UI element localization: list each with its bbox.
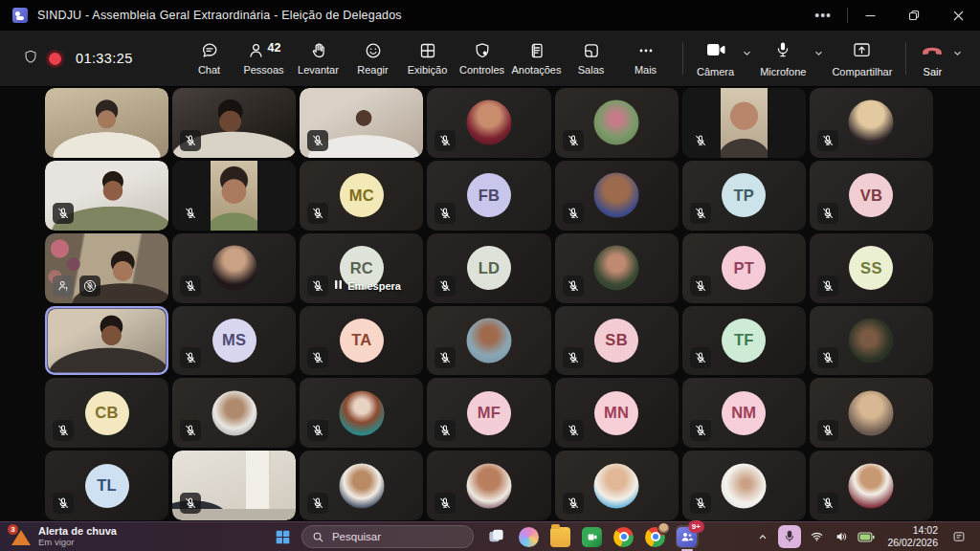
shield-gear-icon [473, 41, 492, 64]
participant-tile[interactable] [300, 88, 423, 158]
mic-muted-icon [690, 493, 711, 514]
meeting-toolbar: 01:33:25 Chat42PessoasLevantarReagirExib… [0, 31, 980, 87]
leave-meeting-button[interactable]: Sair [916, 37, 948, 80]
participant-tile[interactable] [810, 378, 933, 448]
tray-chevron-up-icon[interactable] [753, 526, 772, 547]
toolbar-chat-button[interactable]: Chat [182, 37, 236, 79]
toolbar-levantar-button[interactable]: Levantar [291, 37, 345, 79]
toolbar-microfone-button[interactable]: Microfone [756, 37, 810, 80]
participant-photo-avatar [466, 318, 511, 363]
chrome-profile-avatar [657, 522, 670, 535]
participant-tile[interactable]: RCEm espera [300, 233, 423, 303]
toolbar-anotacoes-button[interactable]: Anotações [509, 37, 564, 79]
participant-tile[interactable]: FB [427, 161, 550, 231]
mic-off-round-icon [79, 276, 100, 297]
participant-initials-avatar: SB [594, 319, 638, 363]
participant-tile[interactable]: MC [300, 161, 423, 231]
participant-tile[interactable] [45, 88, 168, 158]
copilot-taskbar-icon[interactable] [518, 525, 541, 548]
microfone-options-chevron-icon[interactable] [810, 48, 828, 58]
participant-photo-avatar [212, 390, 256, 435]
mic-muted-icon [307, 493, 328, 514]
mic-muted-icon [180, 347, 201, 368]
meet-taskbar-icon[interactable] [581, 525, 604, 548]
task-view-taskbar-icon[interactable] [486, 525, 509, 548]
participant-tile[interactable] [810, 306, 933, 376]
participant-tile[interactable]: TA [300, 306, 423, 376]
participant-tile[interactable]: LD [427, 233, 550, 303]
participant-photo-avatar [722, 463, 767, 508]
participant-tile[interactable] [555, 233, 679, 303]
participant-initials-avatar: NM [722, 391, 766, 435]
toolbar-salas-button[interactable]: Salas [564, 37, 618, 79]
tray-mic-active-icon[interactable] [778, 525, 801, 548]
mic-muted-icon [434, 130, 456, 151]
participant-tile[interactable] [810, 88, 933, 158]
toolbar-camera-button[interactable]: Câmera [693, 37, 738, 80]
participant-tile[interactable]: NM [682, 378, 806, 448]
taskbar-clock[interactable]: 14:02 26/02/2026 [881, 524, 944, 548]
participant-tile[interactable]: VB [810, 161, 933, 231]
participant-tile[interactable] [427, 306, 550, 376]
participant-tile[interactable]: MN [555, 378, 679, 448]
participant-tile[interactable] [555, 161, 679, 231]
participant-tile[interactable]: PT [682, 233, 806, 303]
participant-tile[interactable] [172, 233, 296, 303]
title-bar: SINDJU - Assembleia Geral Extraordinária… [0, 0, 980, 31]
participant-tile[interactable]: TL [45, 451, 168, 520]
minimize-button[interactable] [848, 0, 892, 31]
participant-tile[interactable] [172, 161, 296, 231]
participant-tile[interactable] [810, 451, 933, 520]
participant-initials-avatar: MC [340, 173, 384, 217]
battery-icon[interactable] [857, 526, 876, 547]
participant-tile[interactable]: CB [45, 378, 168, 448]
explorer-taskbar-icon[interactable] [549, 525, 572, 548]
search-placeholder: Pesquisar [332, 531, 381, 542]
participant-tile[interactable] [45, 161, 168, 231]
toolbar-controles-button[interactable]: Controles [455, 37, 509, 79]
participant-count-badge: 42 [268, 41, 281, 55]
maximize-restore-button[interactable] [892, 0, 936, 31]
chrome-taskbar-icon[interactable] [612, 525, 635, 548]
window-more-menu[interactable]: ••• [799, 8, 847, 23]
taskbar-search[interactable]: Pesquisar [301, 525, 474, 548]
mic-muted-icon [690, 347, 711, 368]
participant-tile[interactable] [427, 451, 550, 520]
leave-options-chevron-icon[interactable] [948, 48, 967, 58]
teams-taskbar-icon[interactable]: 9+ [676, 525, 699, 548]
participant-tile[interactable] [682, 88, 806, 158]
participant-tile[interactable]: SB [555, 306, 679, 376]
participant-tile[interactable] [300, 451, 423, 520]
participant-tile[interactable] [172, 378, 296, 448]
toolbar-compartilhar-button[interactable]: Compartilhar [828, 37, 896, 80]
participant-tile[interactable] [45, 306, 168, 376]
participant-tile[interactable] [300, 378, 423, 448]
toolbar-pessoas-button[interactable]: 42Pessoas [236, 37, 291, 79]
participant-tile[interactable]: TP [682, 161, 806, 231]
participant-tile[interactable]: SS [810, 233, 933, 303]
participant-tile[interactable] [682, 451, 806, 520]
participant-tile[interactable] [172, 451, 296, 520]
wifi-icon[interactable] [807, 526, 826, 547]
close-button[interactable] [936, 0, 980, 31]
toolbar-mais-button[interactable]: Mais [618, 37, 673, 79]
participant-tile[interactable]: TF [682, 306, 806, 376]
weather-widget[interactable]: 3 Alerta de chuva Em vigor [0, 522, 128, 551]
toolbar-reagir-button[interactable]: Reagir [345, 37, 400, 79]
start-button[interactable] [272, 525, 295, 548]
participant-tile[interactable]: MS [172, 306, 296, 376]
participant-tile[interactable] [555, 451, 679, 520]
toolbar-exibicao-button[interactable]: Exibição [400, 37, 455, 79]
camera-options-chevron-icon[interactable] [738, 48, 756, 58]
chrome-profile-taskbar-icon[interactable] [644, 525, 667, 548]
participant-tile[interactable] [427, 88, 550, 158]
mic-muted-icon [690, 203, 711, 224]
participant-tile[interactable] [172, 88, 296, 158]
participant-tile[interactable] [555, 88, 679, 158]
participant-tile[interactable]: MF [427, 378, 550, 448]
participant-tile[interactable] [45, 233, 168, 303]
participant-photo-avatar [594, 463, 639, 508]
toolbar-button-label: Anotações [512, 64, 562, 76]
volume-icon[interactable] [832, 526, 851, 547]
notification-center-icon[interactable] [949, 526, 969, 547]
